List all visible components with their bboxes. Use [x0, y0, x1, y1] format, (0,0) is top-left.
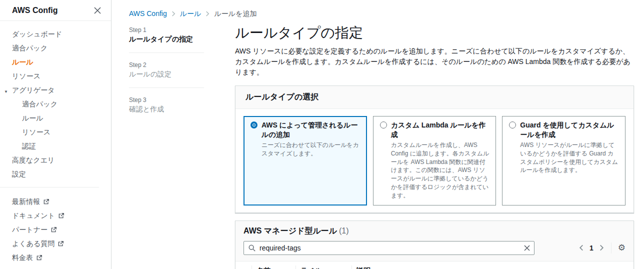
- current-page-number[interactable]: 1: [590, 244, 594, 252]
- chevron-right-icon: [206, 11, 210, 16]
- link-label: 料金表: [12, 253, 33, 262]
- tile-title: カスタム Lambda ルールを作成: [391, 120, 490, 140]
- managed-rules-table: 名前 ▲ ラベル 説明: [236, 262, 634, 269]
- step-divider: [129, 88, 204, 88]
- sidebar-item-resources[interactable]: リソース: [0, 70, 111, 82]
- column-label: 説明: [356, 266, 370, 269]
- next-page-icon[interactable]: [600, 244, 604, 251]
- step-number: Step 2: [129, 62, 235, 68]
- step-3: Step 3 確認と作成: [129, 96, 235, 114]
- page-title: ルールタイプの指定: [235, 24, 634, 42]
- name-column-header[interactable]: 名前 ▲: [252, 262, 296, 269]
- external-link-icon: [36, 255, 42, 260]
- sidebar-link-whats-new[interactable]: 最新情報: [0, 196, 111, 208]
- sidebar-item-label: アグリゲータ: [12, 86, 55, 94]
- sidebar-link-pricing[interactable]: 料金表: [0, 252, 111, 264]
- rule-type-card-title: ルールタイプの選択: [246, 92, 318, 101]
- close-icon[interactable]: [94, 7, 101, 14]
- tile-guard-custom-rule[interactable]: Guard を使用してカスタムルールを作成 AWS リソースがルールに準拠してい…: [502, 116, 626, 206]
- sidebar-item-agg-authorizations[interactable]: 認証: [0, 140, 111, 152]
- sidebar-divider: [0, 187, 99, 188]
- settings-gear-icon[interactable]: ⚙: [618, 244, 626, 252]
- sidebar-header: AWS Config: [0, 0, 111, 21]
- breadcrumb: AWS Config ルール ルールを追加: [129, 9, 634, 18]
- sidebar-item-agg-rules[interactable]: ルール: [0, 112, 111, 124]
- rule-search-input[interactable]: [260, 244, 520, 252]
- rule-search-box[interactable]: [244, 241, 534, 255]
- link-label: 最新情報: [12, 197, 40, 206]
- search-icon: [248, 244, 256, 252]
- clear-search-icon[interactable]: [524, 245, 530, 251]
- aws-config-console: AWS Config ダッシュボード 適合パック ルール リソース ▼ アグリゲ…: [0, 0, 644, 269]
- tile-title: AWS によって管理されるルールの追加: [262, 120, 360, 140]
- step-2: Step 2 ルールの設定: [129, 62, 235, 79]
- sidebar-link-faq[interactable]: よくある質問: [0, 238, 111, 250]
- radio-selected-icon[interactable]: [250, 122, 258, 128]
- tile-aws-managed-rules[interactable]: AWS によって管理されるルールの追加 ニーズに合わせて以下のルールをカスタマイ…: [244, 116, 367, 206]
- breadcrumb-link-rules[interactable]: ルール: [180, 9, 202, 18]
- previous-page-icon[interactable]: [579, 244, 584, 251]
- tile-description: カスタムルールを作成し、AWS Config に追加します。各カスタムルールを …: [391, 141, 490, 200]
- sidebar-item-conformance-packs[interactable]: 適合パック: [0, 42, 111, 54]
- step-divider: [129, 52, 204, 53]
- label-column-header: ラベル: [296, 262, 352, 269]
- column-label: 名前: [256, 266, 270, 269]
- external-link-icon: [58, 213, 64, 218]
- rule-type-card: ルールタイプの選択 AWS によって管理されるルールの追加 ニーズに合わせて以下…: [235, 86, 634, 213]
- external-link-icon: [58, 241, 64, 246]
- sidebar: AWS Config ダッシュボード 適合パック ルール リソース ▼ アグリゲ…: [0, 0, 112, 269]
- sidebar-item-agg-resources[interactable]: リソース: [0, 126, 111, 138]
- sidebar-nav: ダッシュボード 適合パック ルール リソース ▼ アグリゲータ 適合パック ルー…: [0, 21, 111, 269]
- column-label: ラベル: [300, 266, 322, 269]
- managed-rules-count: (1): [339, 226, 349, 235]
- sidebar-item-rules[interactable]: ルール: [0, 56, 111, 68]
- page-description: AWS リソースに必要な設定を定義するためのルールを追加します。ニーズに合わせて…: [235, 46, 634, 78]
- sidebar-item-advanced-queries[interactable]: 高度なクエリ: [0, 154, 111, 166]
- tile-description: AWS リソースがルールに準拠しているかどうかを評価する Guard カスタムポ…: [520, 141, 618, 174]
- step-number: Step 1: [129, 26, 235, 34]
- step-1-link[interactable]: ルールタイプの指定: [129, 35, 235, 44]
- chevron-down-icon: ▼: [4, 88, 8, 96]
- link-label: ドキュメント: [12, 211, 55, 220]
- link-label: パートナー: [12, 225, 48, 234]
- link-label: よくある質問: [12, 239, 54, 248]
- pagination: 1: [579, 244, 604, 252]
- external-link-icon: [44, 199, 49, 204]
- sidebar-item-settings[interactable]: 設定: [0, 168, 111, 180]
- breadcrumb-link-aws-config[interactable]: AWS Config: [129, 9, 167, 18]
- main-content: AWS Config ルール ルールを追加 Step 1 ルールタイプの指定 S…: [112, 0, 644, 269]
- step-1: Step 1 ルールタイプの指定: [129, 26, 235, 44]
- radio-unselected-icon[interactable]: [509, 122, 516, 128]
- description-column-header: 説明: [352, 262, 634, 269]
- sidebar-link-documentation[interactable]: ドキュメント: [0, 210, 111, 222]
- radio-unselected-icon[interactable]: [380, 122, 387, 128]
- external-link-icon: [51, 227, 56, 232]
- managed-rules-header: AWS マネージド型ルール (1): [236, 221, 634, 262]
- steps-nav: Step 1 ルールタイプの指定 Step 2 ルールの設定 Step 3 確認…: [129, 24, 235, 269]
- chevron-right-icon: [172, 11, 176, 16]
- sidebar-item-dashboard[interactable]: ダッシュボード: [0, 28, 111, 40]
- tile-title: Guard を使用してカスタムルールを作成: [520, 120, 618, 140]
- step-3-link[interactable]: 確認と作成: [129, 105, 235, 114]
- managed-rules-card: AWS マネージド型ルール (1): [235, 220, 634, 269]
- controls-divider: [611, 242, 612, 254]
- sidebar-item-agg-conformance-packs[interactable]: 適合パック: [0, 98, 111, 110]
- tile-custom-lambda-rule[interactable]: カスタム Lambda ルールを作成 カスタムルールを作成し、AWS Confi…: [373, 116, 496, 206]
- tile-description: ニーズに合わせて以下のルールをカスタマイズします。: [262, 141, 360, 158]
- managed-rules-title: AWS マネージド型ルール: [244, 226, 337, 235]
- sidebar-link-partners[interactable]: パートナー: [0, 224, 111, 236]
- step-2-link[interactable]: ルールの設定: [129, 70, 235, 79]
- sidebar-item-aggregators[interactable]: ▼ アグリゲータ: [0, 84, 111, 96]
- breadcrumb-current: ルールを追加: [214, 9, 256, 18]
- rule-type-card-header: ルールタイプの選択: [236, 86, 634, 109]
- step-number: Step 3: [129, 96, 235, 104]
- sidebar-title: AWS Config: [12, 6, 58, 15]
- select-column-header: [236, 262, 252, 269]
